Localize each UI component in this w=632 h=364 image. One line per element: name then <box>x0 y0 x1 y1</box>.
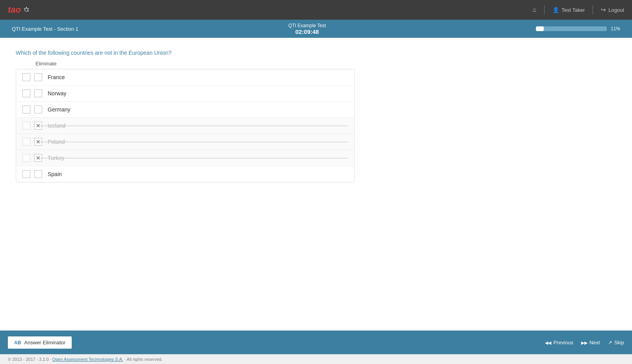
ab-icon <box>14 340 21 345</box>
footer: © 2013 - 2017 · 3.2.0 · Open Assessment … <box>0 354 632 364</box>
test-timer: 02:09:48 <box>288 28 326 35</box>
eliminate-checkbox-norway[interactable] <box>34 89 42 97</box>
svg-point-0 <box>25 8 28 11</box>
svg-point-4 <box>24 8 25 9</box>
eliminate-checkbox-turkey[interactable]: ✕ <box>34 154 42 162</box>
user-icon <box>552 7 559 13</box>
option-label-iceland: Iceland <box>48 123 65 129</box>
logout-label: Logout <box>608 7 624 13</box>
answer-eliminator-button[interactable]: Answer Eliminator <box>8 336 72 349</box>
bottom-bar: Answer Eliminator Previous Next Skip <box>0 331 632 354</box>
logout-button[interactable]: Logout <box>601 6 624 13</box>
option-row-france: France <box>16 69 354 85</box>
option-label-spain: Spain <box>48 171 62 177</box>
nav-divider-1 <box>544 5 545 15</box>
logo: tao <box>8 5 30 15</box>
select-checkbox-norway[interactable] <box>22 89 30 97</box>
main-content: Which of the following countries are not… <box>0 38 632 331</box>
skip-button[interactable]: Skip <box>608 340 624 345</box>
select-checkbox-spain[interactable] <box>22 170 30 178</box>
previous-label: Previous <box>553 340 573 345</box>
options-container: France Norway Germany ✕ Iceland ✕ Poland <box>16 69 355 182</box>
previous-button[interactable]: Previous <box>545 340 573 345</box>
test-name: QTI Example Test <box>288 23 326 28</box>
option-label-poland: Poland <box>48 139 65 145</box>
eliminate-checkbox-france[interactable] <box>34 73 42 81</box>
footer-rights: · All rights reserved. <box>125 357 163 362</box>
next-button[interactable]: Next <box>581 340 600 345</box>
progress-container: 11% <box>536 26 620 32</box>
center-test-info: QTI Example Test 02:09:48 <box>288 23 326 35</box>
test-taker-label: Test Taker <box>561 7 585 13</box>
progress-bar-fill <box>536 26 544 31</box>
eliminate-label: Eliminate <box>35 61 616 67</box>
home-button[interactable] <box>533 6 537 13</box>
option-label-france: France <box>48 74 65 80</box>
option-row-turkey: ✕ Turkey <box>16 150 354 166</box>
section-title: QTI Example Test - Section 1 <box>12 26 78 32</box>
footer-link[interactable]: Open Assessment Technologies S.A. <box>52 357 123 362</box>
nav-right: Test Taker Logout <box>533 5 624 15</box>
svg-point-1 <box>26 7 27 8</box>
top-navigation: tao Test Taker Logout <box>0 0 632 20</box>
select-checkbox-poland[interactable] <box>22 138 30 146</box>
previous-icon <box>545 340 551 345</box>
option-row-spain: Spain <box>16 166 354 182</box>
select-checkbox-turkey[interactable] <box>22 154 30 162</box>
navigation-buttons: Previous Next Skip <box>545 340 624 345</box>
home-icon <box>533 6 537 13</box>
eliminate-checkbox-iceland[interactable]: ✕ <box>34 122 42 130</box>
nav-divider-2 <box>593 5 593 15</box>
next-icon <box>581 340 587 345</box>
select-checkbox-iceland[interactable] <box>22 122 30 130</box>
logo-icon <box>22 6 30 14</box>
progress-percentage: 11% <box>611 26 620 32</box>
option-row-germany: Germany <box>16 102 354 118</box>
option-row-poland: ✕ Poland <box>16 134 354 150</box>
progress-bar-section: QTI Example Test - Section 1 QTI Example… <box>0 20 632 38</box>
select-checkbox-france[interactable] <box>22 73 30 81</box>
progress-bar-background <box>536 26 607 31</box>
skip-label: Skip <box>614 340 624 345</box>
next-label: Next <box>589 340 600 345</box>
svg-point-2 <box>28 8 29 9</box>
test-taker-button[interactable]: Test Taker <box>552 7 585 13</box>
option-label-germany: Germany <box>48 106 71 113</box>
eliminate-checkbox-spain[interactable] <box>34 170 42 178</box>
option-label-norway: Norway <box>48 90 66 97</box>
select-checkbox-germany[interactable] <box>22 106 30 113</box>
skip-icon <box>608 340 612 345</box>
option-label-turkey: Turkey <box>48 155 64 161</box>
eliminate-checkbox-germany[interactable] <box>34 106 42 113</box>
svg-point-3 <box>28 11 29 11</box>
option-row-norway: Norway <box>16 85 354 102</box>
eliminate-checkbox-poland[interactable]: ✕ <box>34 138 42 146</box>
option-row-iceland: ✕ Iceland <box>16 118 354 134</box>
logout-icon <box>601 6 606 13</box>
logo-text: tao <box>8 5 21 15</box>
answer-eliminator-label: Answer Eliminator <box>24 340 65 345</box>
footer-copyright: © 2013 - 2017 · 3.2.0 · <box>8 357 51 362</box>
question-text: Which of the following countries are not… <box>16 50 616 56</box>
